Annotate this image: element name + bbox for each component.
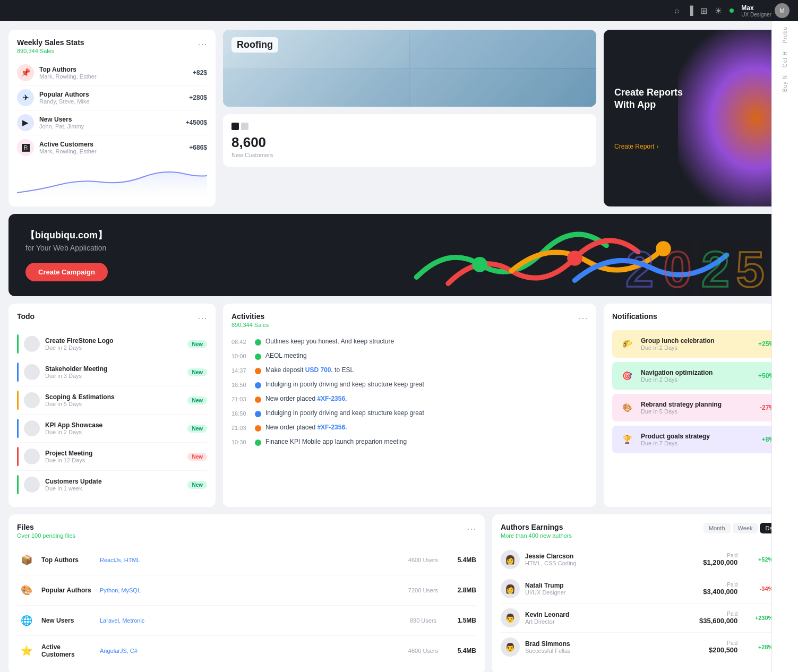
todo-due: Due in 5 Days <box>45 401 182 407</box>
activity-item: 21:03 New order placed #XF-2356. <box>231 420 588 435</box>
file-name: Popular Authors <box>41 587 95 594</box>
todo-item[interactable]: Project Meeting Due in 12 Days New <box>17 443 207 471</box>
todo-more-icon[interactable]: ⋯ <box>198 312 207 324</box>
topbar: ⌕ ▐ ⊞ ☀ Max UX Designer M <box>0 0 798 21</box>
activity-time: 10:30 <box>231 439 251 445</box>
file-item[interactable]: 🎨 Popular Authors Python, MySQL 7200 Use… <box>17 575 476 606</box>
activity-time: 16:50 <box>231 410 251 417</box>
todo-item[interactable]: Scoping & Estimations Due in 5 Days New <box>17 386 207 415</box>
activities-more-icon[interactable]: ⋯ <box>578 312 588 324</box>
more-options-icon[interactable]: ⋯ <box>198 38 207 50</box>
author-item: 👨 Brad Simmons Successful Fellas Paid $2… <box>501 633 781 661</box>
notifications-list: 🌮 Group lunch celebration Due in 2 Days … <box>612 330 781 453</box>
side-label-2[interactable]: Get H <box>782 51 788 67</box>
todo-item[interactable]: KPI App Showcase Due in 2 Days New <box>17 415 207 443</box>
activity-link[interactable]: #XF-2356. <box>317 424 347 431</box>
todo-item[interactable]: Create FireStone Logo Due in 2 Days New <box>17 330 207 358</box>
todo-due: Due in 12 Days <box>45 457 182 463</box>
file-item[interactable]: 📦 Top Authors ReactJs, HTML 4600 Users 5… <box>17 545 476 575</box>
todo-badge: New <box>187 425 207 433</box>
nc-number: 8,600 <box>231 134 588 151</box>
file-item[interactable]: 🌐 New Users Laravel, Metronic 890 Users … <box>17 606 476 636</box>
activity-text: Finance KPI Mobile app launch preparion … <box>265 438 588 445</box>
todo-avatar <box>24 477 40 493</box>
period-month-button[interactable]: Month <box>703 523 731 533</box>
file-size: 5.4MB <box>450 556 476 564</box>
todo-item[interactable]: Stakeholder Meeting Due in 3 Days New <box>17 358 207 386</box>
notification-due: Due in 5 Days <box>641 408 754 415</box>
svg-text:2: 2 <box>701 241 730 296</box>
author-name: Natali Trump <box>525 582 698 589</box>
file-tags: Python, MySQL <box>100 587 397 593</box>
sales-name: Popular Authors <box>39 91 184 98</box>
activity-text: AEOL meeting <box>265 352 588 359</box>
activities-subtitle: 890,344 Sales <box>231 322 269 328</box>
todo-info: Stakeholder Meeting Due in 3 Days <box>45 365 182 379</box>
file-name: Active Customers <box>41 643 95 658</box>
notifications-card: Notifications ⋯ 🌮 Group lunch celebratio… <box>604 304 790 507</box>
file-tags: Laravel, Metronic <box>100 617 397 624</box>
user-info: Max UX Designer M <box>741 3 790 18</box>
create-campaign-button[interactable]: Create Campaign <box>25 263 108 281</box>
period-week-button[interactable]: Week <box>733 523 758 533</box>
author-role: UI/UX Designer <box>525 589 698 596</box>
files-more-icon[interactable]: ⋯ <box>467 523 476 535</box>
activity-dot <box>255 425 261 432</box>
notification-item[interactable]: 🌮 Group lunch celebration Due in 2 Days … <box>612 330 781 358</box>
activity-item: 21:03 New order placed #XF-2356. <box>231 392 588 406</box>
activities-list: 08:42 Outlines keep you honest. And keep… <box>231 334 588 449</box>
todo-name: Customers Update <box>45 478 182 485</box>
author-name: Kevin Leonard <box>525 611 694 618</box>
sales-item: 📌 Top Authors Mark, Rowling, Esther +82$ <box>17 61 207 85</box>
paid-label: Paid <box>699 611 737 617</box>
activity-item: 16:50 Indulging in poorly driving and ke… <box>231 406 588 420</box>
sales-name: New Users <box>39 116 181 123</box>
author-item: 👨 Kevin Leonard Art Director Paid $35,60… <box>501 604 781 633</box>
svg-text:2: 2 <box>625 241 654 296</box>
todo-bar <box>17 391 19 410</box>
todo-badge: New <box>187 397 207 404</box>
todo-due: Due in 2 Days <box>45 429 182 435</box>
campaign-title: 【biqubiqu.com】 <box>25 229 108 242</box>
avatar[interactable]: M <box>775 3 790 18</box>
notification-due: Due in 7 Days <box>641 440 757 446</box>
sales-icon: ▶ <box>17 114 34 131</box>
activity-dot <box>255 354 261 360</box>
todo-info: Project Meeting Due in 12 Days <box>45 450 182 463</box>
notification-item[interactable]: 🎨 Rebrand strategy planning Due in 5 Day… <box>612 394 781 421</box>
activity-time: 21:03 <box>231 396 251 402</box>
file-size: 5.4MB <box>450 647 476 654</box>
grid-icon[interactable]: ⊞ <box>700 6 707 16</box>
nc-square-dark <box>231 123 239 130</box>
todo-item[interactable]: Customers Update Due in 1 week New <box>17 471 207 498</box>
sales-sub: Mark, Rowling, Esther <box>39 148 184 154</box>
files-title: Files <box>17 523 75 531</box>
sales-name: Active Customers <box>39 141 184 148</box>
todo-list: Create FireStone Logo Due in 2 Days New … <box>17 330 207 498</box>
notification-name: Navigation optimization <box>641 369 753 376</box>
create-report-link[interactable]: Create Report › <box>614 143 683 150</box>
author-payment: Paid $1,200,000 <box>703 553 737 566</box>
brightness-icon[interactable]: ☀ <box>715 6 722 16</box>
earnings-subtitle: More than 400 new authors <box>501 532 572 539</box>
notification-info: Product goals strategy Due in 7 Days <box>641 433 757 446</box>
search-icon[interactable]: ⌕ <box>674 6 680 15</box>
file-item[interactable]: ⭐ Active Customers AngularJS, C# 4600 Us… <box>17 636 476 666</box>
author-role: Successful Fellas <box>525 648 703 654</box>
side-label-1[interactable]: Prebu <box>782 27 788 44</box>
side-label-3[interactable]: Buy N <box>782 75 788 92</box>
notification-item[interactable]: 🎯 Navigation optimization Due in 2 Days … <box>612 362 781 390</box>
todo-avatar <box>24 420 40 436</box>
notification-icon: 🎯 <box>619 367 636 384</box>
activity-item: 10:30 Finance KPI Mobile app launch prep… <box>231 435 588 449</box>
author-avatar: 👩 <box>501 579 520 598</box>
author-payment: Paid $3,400,000 <box>703 582 737 596</box>
sales-icon: 🅱 <box>17 139 34 156</box>
files-subtitle: Over 100 pending files <box>17 532 75 539</box>
sales-chart <box>17 166 207 198</box>
notification-item[interactable]: 🏆 Product goals strategy Due in 7 Days +… <box>612 426 781 453</box>
activity-link[interactable]: USD 700. <box>305 366 333 374</box>
activity-link[interactable]: #XF-2356. <box>317 395 347 402</box>
author-amount: $35,600,000 <box>699 617 737 625</box>
notification-icon: 🌮 <box>619 335 636 352</box>
